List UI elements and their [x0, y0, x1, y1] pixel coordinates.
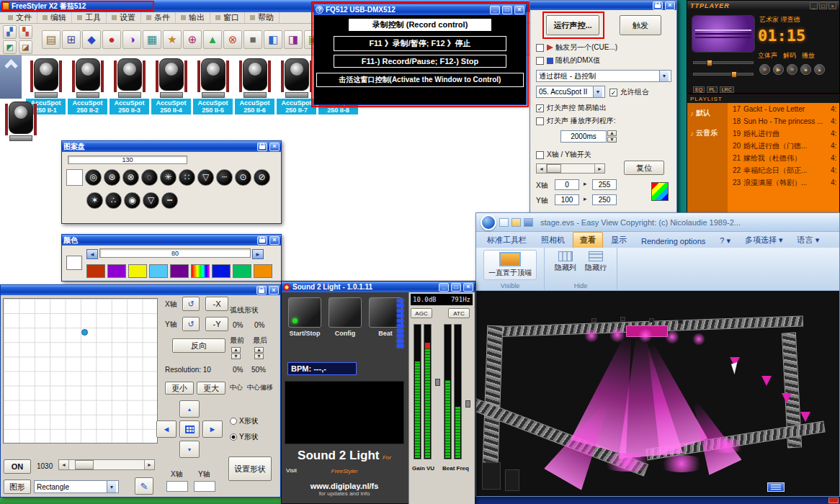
x-value-box[interactable] [166, 481, 188, 492]
toolbar-icon[interactable]: ▲ [203, 30, 222, 49]
toolbar-icon[interactable]: ▞ [3, 25, 17, 39]
color-left-arrow[interactable] [86, 249, 98, 259]
ribbon-tab[interactable]: 照相机 [535, 233, 571, 248]
gobo-slider[interactable]: 130 [68, 156, 187, 164]
easyview-titlebar[interactable]: stage.evs - Easy View Copyright: (c) Nic… [476, 213, 839, 232]
reset-button[interactable]: 复位 [624, 161, 664, 175]
playlist-item[interactable]: 23 浪漫满屋（韩剧）... 4: [728, 176, 840, 189]
color-right-arrow[interactable] [252, 249, 264, 259]
gobo-icon[interactable]: ┅ [161, 192, 178, 209]
website-link[interactable]: www.digiplay.nl/fs [285, 482, 404, 490]
easyview-logo-orb[interactable] [481, 215, 496, 230]
color-slider[interactable]: 80 [99, 248, 251, 258]
toolbar-icon[interactable]: ◧ [264, 30, 282, 49]
close-button[interactable] [665, 1, 675, 10]
larger-button[interactable]: 更大 [197, 382, 225, 395]
gobo-icon[interactable]: ⊘ [254, 169, 270, 186]
xy-titlebar[interactable] [1, 285, 280, 295]
menu-item[interactable]: 输出 [176, 12, 210, 23]
previous-button[interactable] [759, 64, 770, 75]
panel-titlebar[interactable] [530, 1, 676, 10]
maximize-button[interactable] [451, 283, 461, 292]
set-shape-button[interactable]: 设置形状 [228, 456, 272, 481]
ribbon-tab[interactable]: 查看 [573, 232, 603, 248]
lock-button[interactable] [653, 1, 663, 10]
gobo-icon[interactable]: ⊙ [235, 169, 251, 186]
stage-3d-viewport[interactable] [476, 291, 839, 496]
playlist-tab[interactable]: 云音乐 [687, 123, 728, 143]
player-badge[interactable]: EQ [693, 86, 705, 93]
xy-switch-row[interactable]: X轴 / Y轴开关 [536, 150, 591, 160]
pan-tilt-grid[interactable] [3, 298, 158, 444]
random-dmx-row[interactable]: 随机的DMX值 [536, 55, 600, 66]
color-titlebar[interactable]: 颜色 [62, 235, 281, 246]
gobo-icon[interactable]: ▽ [143, 192, 159, 209]
toolbar-icon[interactable]: ■ [243, 30, 262, 49]
invert-y-button[interactable]: -Y [205, 317, 228, 331]
playlist-item[interactable]: 20 婚礼进行曲（门德... 4: [728, 140, 840, 152]
gobo-icon[interactable]: ∷ [179, 169, 195, 186]
gobo-icon[interactable]: ◎ [85, 169, 102, 186]
center-button[interactable] [179, 420, 200, 438]
back-spinner[interactable] [254, 347, 264, 359]
playlist-tab[interactable]: 默认 [687, 103, 728, 123]
color-swatch[interactable] [191, 264, 210, 278]
menu-item[interactable]: 窗口 [210, 12, 245, 23]
gobo-icon[interactable]: ▽ [197, 169, 214, 186]
threshold-slider-knob[interactable] [465, 400, 470, 408]
minimize-button[interactable] [490, 6, 500, 14]
s2l-button[interactable] [329, 297, 362, 328]
menu-item[interactable]: 文件 [3, 12, 37, 23]
checkbox[interactable] [536, 57, 544, 65]
toolbar-icon[interactable]: ▚ [19, 25, 32, 39]
color-swatch[interactable] [212, 264, 231, 278]
ribbon-tab[interactable]: 语言 ▾ [791, 233, 826, 248]
playlist-item[interactable]: 17 Gackt - Love Letter 4: [728, 103, 840, 115]
shape-dropdown[interactable]: Rectangle [34, 480, 119, 493]
allow-group-row[interactable]: 允许组合 [609, 87, 649, 97]
toolbar-icon[interactable]: ▦ [143, 30, 161, 49]
checkbox[interactable] [609, 89, 617, 96]
toolbar-icon[interactable]: ◨ [284, 30, 303, 49]
color-swatch[interactable] [254, 264, 272, 278]
y-shape-radio-row[interactable]: Y形状 [230, 432, 259, 442]
ribbon-tab[interactable]: 多项选择 ▾ [738, 233, 790, 248]
hide-rows-button[interactable]: 隐藏行 [582, 250, 609, 274]
scroll-right-icon[interactable] [594, 164, 604, 173]
run-sound-control-button[interactable]: 运行声控... [546, 15, 599, 35]
smaller-button[interactable]: 更小 [165, 382, 194, 395]
checkbox[interactable] [536, 117, 544, 125]
color-swatch[interactable] [86, 264, 105, 278]
gobo-icon[interactable]: ∴ [105, 192, 122, 209]
radio[interactable] [230, 433, 237, 441]
maximize-button[interactable] [502, 6, 512, 14]
color-swatch[interactable] [128, 264, 147, 278]
move-right-button[interactable] [202, 420, 223, 438]
agc-button[interactable]: AGC [411, 308, 432, 318]
position-dot[interactable] [81, 329, 88, 336]
gobo-icon[interactable]: ◉ [124, 192, 140, 209]
playlist-item[interactable]: 21 嫁给我（杜德伟） 4: [728, 152, 840, 164]
close-button[interactable] [269, 286, 279, 294]
next-button[interactable] [787, 64, 797, 75]
atc-button[interactable]: ATC [448, 308, 470, 318]
fixture-preview-icon[interactable] [3, 101, 39, 141]
scroll-left-icon[interactable] [537, 164, 547, 173]
hide-columns-button[interactable]: 隐藏列 [552, 250, 579, 274]
fixture[interactable]: AccuSpot 250 II-5 [193, 58, 233, 114]
color-swatch[interactable] [107, 264, 126, 278]
fixture[interactable]: AccuSpot 250 II-7 [277, 58, 316, 114]
y-max-input[interactable]: 250 [592, 194, 617, 205]
open-folder-icon[interactable] [511, 218, 521, 227]
interval-input[interactable]: 2000ms [560, 130, 607, 143]
play-button[interactable] [773, 64, 784, 75]
on-button[interactable]: ON [4, 459, 31, 474]
toolbar-icon[interactable]: ⊗ [223, 30, 242, 49]
menu-item[interactable]: 设置 [107, 12, 141, 23]
eject-button[interactable] [814, 64, 825, 75]
trigger-button[interactable]: 触发 [620, 15, 661, 35]
front-spinner[interactable] [231, 347, 241, 359]
playlist-item[interactable]: 18 Sun Ho - The princess ... 4: [728, 115, 840, 127]
x-reset-button[interactable] [182, 297, 200, 311]
lock-button[interactable] [257, 143, 267, 151]
